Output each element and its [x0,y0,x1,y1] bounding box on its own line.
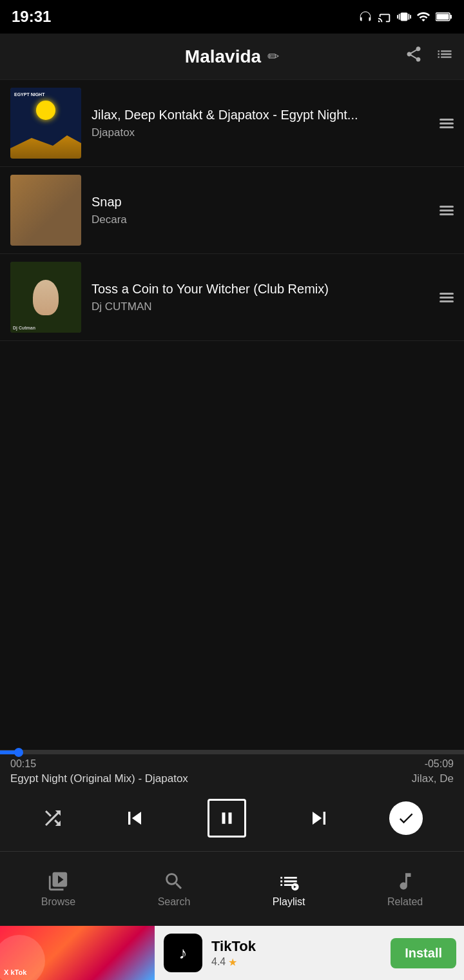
ad-app-name: TikTok [211,938,391,955]
track-info-1: Jilax, Deep Kontakt & Djapatox - Egypt N… [92,108,432,139]
shuffle-button[interactable] [41,807,64,830]
status-time: 19:31 [12,8,51,26]
prev-button[interactable] [122,805,148,831]
header-title: Malavida [185,46,261,67]
progress-bar[interactable] [0,750,464,754]
player-bar: 00:15 -05:09 Egypt Night (Original Mix) … [0,750,464,851]
player-track-artist: Jilax, De [412,772,454,785]
track-artist-3: Dj CUTMAN [92,300,432,313]
play-pause-button[interactable] [204,796,249,841]
player-times: 00:15 -05:09 [0,754,464,770]
ad-x-label: X kTok [4,968,26,976]
nav-label-related: Related [387,896,423,908]
table-row[interactable]: EGYPT NIGHT Jilax, Deep Kontakt & Djapat… [0,80,464,167]
wifi-icon [416,10,430,24]
table-row[interactable]: Dj Cutman Toss a Coin to Your Witcher (C… [0,254,464,341]
track-menu-icon-3[interactable] [440,293,454,302]
player-track-name: Egypt Night (Original Mix) - Djapatox [10,772,405,785]
svg-rect-1 [450,15,452,19]
header-actions [405,45,454,68]
browse-icon [47,870,69,892]
track-menu-icon-1[interactable] [440,119,454,128]
current-time: 00:15 [10,758,36,770]
player-controls [0,788,464,851]
track-menu-icon-2[interactable] [440,206,454,215]
track-title-1: Jilax, Deep Kontakt & Djapatox - Egypt N… [92,108,432,122]
track-thumbnail-3: Dj Cutman [10,262,81,333]
nav-item-playlist[interactable]: Playlist [260,864,318,914]
track-title-2: Snap [92,195,432,210]
related-icon [394,870,416,892]
edit-icon[interactable]: ✏ [267,48,279,65]
status-bar: 19:31 [0,0,464,34]
track-artist-2: Decara [92,213,432,226]
track-title-3: Toss a Coin to Your Witcher (Club Remix) [92,282,432,297]
ad-star-icon: ★ [228,956,237,968]
player-track-info: Egypt Night (Original Mix) - Djapatox Ji… [0,770,464,788]
ad-left-graphic: X kTok [0,926,155,980]
playlist-icon [278,870,300,892]
total-time: -05:09 [425,758,454,770]
cast-icon [378,10,392,24]
nav-label-search: Search [158,896,191,908]
nav-item-browse[interactable]: Browse [28,864,88,914]
nav-label-browse: Browse [41,896,75,908]
bottom-nav: Browse Search Playlist Related [0,851,464,926]
done-button[interactable] [389,801,423,835]
ad-app-icon: ♪ [164,934,202,972]
track-thumbnail-2 [10,175,81,246]
track-info-3: Toss a Coin to Your Witcher (Club Remix)… [92,282,432,313]
progress-dot [14,748,23,757]
next-button[interactable] [306,805,332,831]
battery-icon [436,10,452,24]
ad-rating: 4.4 ★ [211,956,391,968]
track-artist-1: Djapatox [92,126,432,139]
headphones-icon [358,10,372,24]
nav-item-related[interactable]: Related [374,864,436,914]
vibrate-icon [397,10,411,24]
track-info-2: Snap Decara [92,195,432,226]
search-icon [163,870,185,892]
table-row[interactable]: Snap Decara [0,167,464,254]
track-thumbnail-1: EGYPT NIGHT [10,88,81,159]
status-icons [358,10,452,24]
share-button[interactable] [405,45,423,68]
playlist-container: EGYPT NIGHT Jilax, Deep Kontakt & Djapat… [0,80,464,341]
nav-item-search[interactable]: Search [145,864,204,914]
ad-info: TikTok 4.4 ★ [211,938,391,968]
queue-button[interactable] [436,45,454,68]
ad-banner[interactable]: X kTok ♪ TikTok 4.4 ★ Install [0,926,464,980]
header: Malavida ✏ [0,34,464,80]
svg-rect-2 [437,14,449,20]
nav-label-playlist: Playlist [273,896,305,908]
ad-install-button[interactable]: Install [391,938,456,968]
